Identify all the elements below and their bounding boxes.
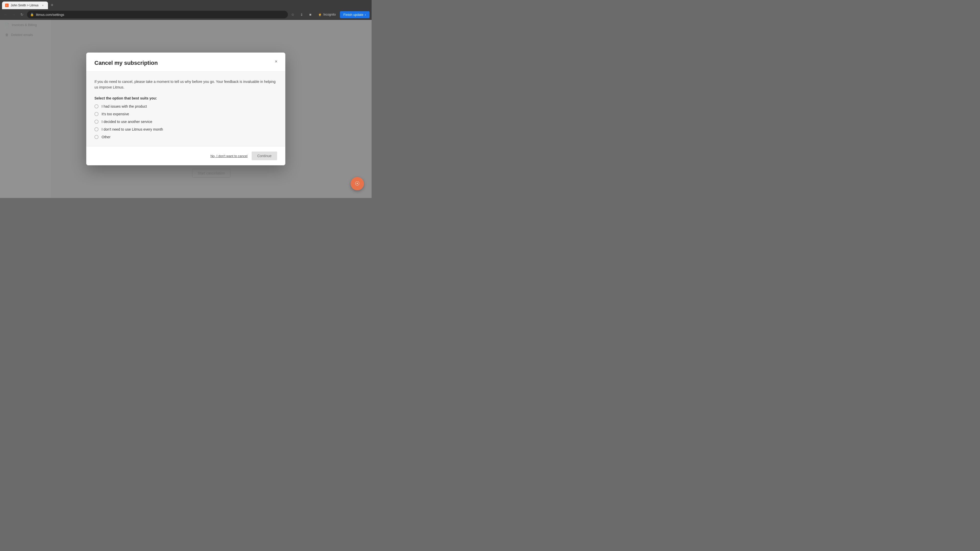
modal-body: If you do need to cancel, please take a … (86, 72, 285, 146)
modal-description: If you do need to cancel, please take a … (94, 79, 277, 90)
new-tab-button[interactable]: + (48, 2, 56, 9)
incognito-icon: 🤵 (318, 13, 322, 16)
secure-icon: 🔒 (30, 13, 34, 16)
nav-buttons: ← → ↻ (2, 11, 25, 18)
support-bubble-button[interactable]: ☉ (351, 177, 364, 190)
no-cancel-button[interactable]: No, I don't want to cancel (210, 154, 248, 158)
modal-overlay: Cancel my subscription × If you do need … (0, 20, 372, 198)
finish-update-chevron-icon: › (365, 13, 366, 17)
radio-option-another-service[interactable]: I decided to use another service (94, 120, 277, 124)
radio-label-expensive: It's too expensive (102, 112, 129, 116)
modal-footer: No, I don't want to cancel Continue (86, 146, 285, 165)
incognito-button[interactable]: 🤵 Incognito (315, 12, 339, 17)
radio-label-issues: I had issues with the product (102, 104, 147, 108)
radio-label-other: Other (102, 135, 110, 139)
active-tab[interactable]: L John Smith > Litmus × (2, 2, 48, 9)
radio-input-issues[interactable] (94, 104, 99, 108)
tab-favicon: L (5, 3, 9, 7)
continue-button[interactable]: Continue (251, 151, 277, 160)
radio-option-not-every-month[interactable]: I don't need to use Litmus every month (94, 127, 277, 131)
bookmark-button[interactable]: ☆ (290, 11, 297, 18)
back-button[interactable]: ← (2, 11, 9, 18)
radio-input-not-every-month[interactable] (94, 127, 99, 131)
radio-label-another-service: I decided to use another service (102, 120, 152, 124)
extensions-button[interactable]: ■ (307, 11, 314, 18)
forward-button[interactable]: → (10, 11, 18, 18)
support-icon: ☉ (355, 180, 360, 187)
address-bar-row: ← → ↻ 🔒 litmus.com/settings ☆ ⇓ ■ 🤵 Inco… (0, 9, 372, 20)
modal-close-button[interactable]: × (272, 58, 280, 66)
url-text: litmus.com/settings (36, 13, 285, 17)
finish-update-label: Finish update (344, 13, 363, 17)
incognito-label: Incognito (323, 13, 336, 16)
radio-option-other[interactable]: Other (94, 135, 277, 139)
modal-header: Cancel my subscription × (86, 52, 285, 72)
toolbar-right: ☆ ⇓ ■ 🤵 Incognito Finish update › (290, 11, 369, 18)
cancel-subscription-modal: Cancel my subscription × If you do need … (86, 52, 285, 165)
page-content: 📄 Invoices & Billing 🗑 Deleted emails Th… (0, 20, 372, 198)
radio-label-not-every-month: I don't need to use Litmus every month (102, 127, 163, 131)
radio-input-other[interactable] (94, 135, 99, 139)
radio-group: I had issues with the product It's too e… (94, 104, 277, 139)
tab-close-button[interactable]: × (41, 3, 45, 7)
radio-input-another-service[interactable] (94, 120, 99, 124)
address-bar[interactable]: 🔒 litmus.com/settings (27, 11, 288, 18)
radio-option-expensive[interactable]: It's too expensive (94, 112, 277, 116)
download-button[interactable]: ⇓ (298, 11, 305, 18)
options-label: Select the option that best suits you: (94, 96, 277, 100)
radio-input-expensive[interactable] (94, 112, 99, 116)
tab-title: John Smith > Litmus (11, 3, 39, 7)
finish-update-button[interactable]: Finish update › (340, 11, 369, 18)
tabs-bar: L John Smith > Litmus × + (0, 0, 372, 9)
radio-option-issues[interactable]: I had issues with the product (94, 104, 277, 108)
modal-title: Cancel my subscription (94, 60, 277, 66)
reload-button[interactable]: ↻ (18, 11, 25, 18)
